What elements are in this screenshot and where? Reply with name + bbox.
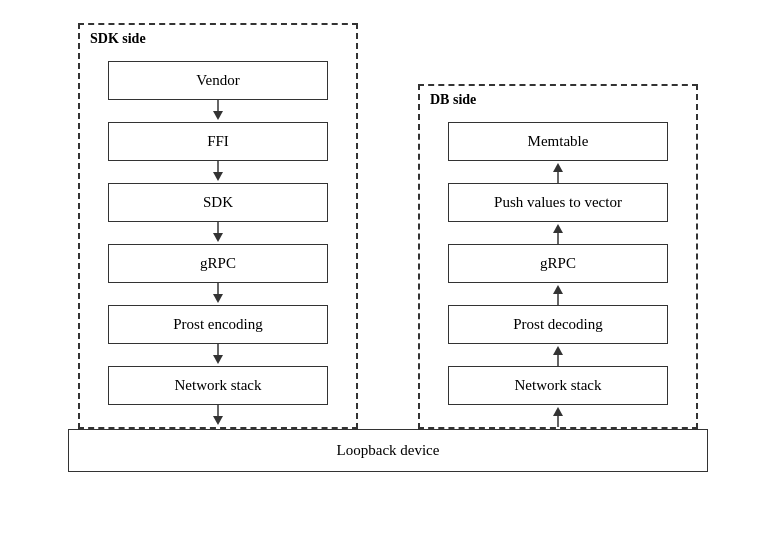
db-side-label: DB side [430, 92, 476, 108]
svg-marker-21 [553, 407, 563, 416]
db-network-stack-box: Network stack [448, 366, 668, 405]
loopback-row: Loopback device [68, 429, 708, 472]
sdk-sdk-box: SDK [108, 183, 328, 222]
svg-marker-3 [213, 172, 223, 181]
db-side-box: DB side Memtable Push values to vector g… [418, 84, 698, 429]
sdk-grpc-box: gRPC [108, 244, 328, 283]
loopback-box: Loopback device [68, 429, 708, 472]
sdk-vendor-box: Vendor [108, 61, 328, 100]
arrow-down-3 [209, 222, 227, 244]
sdk-ffi-box: FFI [108, 122, 328, 161]
sdk-side-box: SDK side Vendor FFI SDK [78, 23, 358, 429]
sdk-network-stack-box: Network stack [108, 366, 328, 405]
db-network-stack-label: Network stack [514, 377, 601, 393]
svg-marker-15 [553, 224, 563, 233]
db-memtable-box: Memtable [448, 122, 668, 161]
columns: SDK side Vendor FFI SDK [28, 23, 748, 429]
sdk-sdk-label: SDK [203, 194, 233, 210]
svg-marker-19 [553, 346, 563, 355]
arrow-up-1 [549, 161, 567, 183]
arrow-down-1 [209, 100, 227, 122]
db-memtable-label: Memtable [528, 133, 589, 149]
arrow-up-2 [549, 222, 567, 244]
svg-marker-5 [213, 233, 223, 242]
arrow-down-2 [209, 161, 227, 183]
db-push-values-box: Push values to vector [448, 183, 668, 222]
db-grpc-label: gRPC [540, 255, 576, 271]
db-prost-decoding-box: Prost decoding [448, 305, 668, 344]
sdk-network-stack-label: Network stack [174, 377, 261, 393]
db-grpc-box: gRPC [448, 244, 668, 283]
svg-marker-17 [553, 285, 563, 294]
svg-marker-9 [213, 355, 223, 364]
loopback-label: Loopback device [337, 442, 440, 458]
diagram: SDK side Vendor FFI SDK [28, 23, 748, 533]
svg-marker-13 [553, 163, 563, 172]
arrow-up-5 [549, 405, 567, 427]
arrow-up-3 [549, 283, 567, 305]
sdk-ffi-label: FFI [207, 133, 229, 149]
sdk-prost-encoding-label: Prost encoding [173, 316, 263, 332]
arrow-down-6 [209, 405, 227, 427]
db-push-values-label: Push values to vector [494, 194, 622, 210]
arrow-up-4 [549, 344, 567, 366]
svg-marker-1 [213, 111, 223, 120]
svg-marker-11 [213, 416, 223, 425]
db-prost-decoding-label: Prost decoding [513, 316, 603, 332]
arrow-down-4 [209, 283, 227, 305]
sdk-prost-encoding-box: Prost encoding [108, 305, 328, 344]
sdk-vendor-label: Vendor [196, 72, 239, 88]
svg-marker-7 [213, 294, 223, 303]
sdk-grpc-label: gRPC [200, 255, 236, 271]
arrow-down-5 [209, 344, 227, 366]
sdk-side-label: SDK side [90, 31, 146, 47]
